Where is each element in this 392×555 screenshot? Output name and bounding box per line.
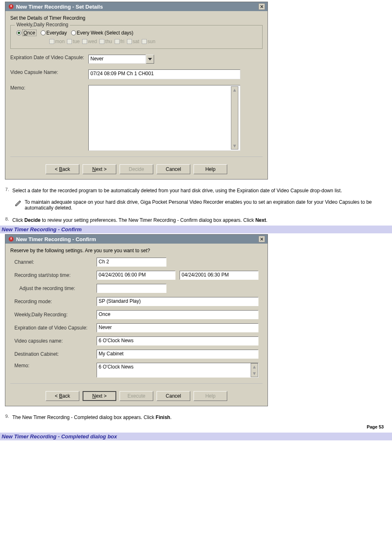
back-button[interactable]: < Back< Back: [46, 164, 79, 174]
next-button[interactable]: Next >Next >: [83, 391, 116, 401]
adjust-label: Adjust the recording time:: [14, 286, 97, 291]
note-7: To maintain adequate space on your hard …: [15, 199, 390, 211]
expiration-value: Never: [97, 323, 258, 332]
memo-label: Memo:: [14, 363, 97, 368]
decide-button[interactable]: Decide: [120, 164, 153, 174]
stop-value: 04/24/2001 06:30 PM: [180, 271, 258, 280]
separator: [10, 157, 263, 157]
weekly-label: Weekly,Daily Recording:: [14, 312, 97, 318]
scroll-down-icon: ▼: [251, 370, 258, 377]
separator: [10, 383, 263, 384]
mode-value: SP (Standard Play): [97, 297, 258, 306]
execute-button[interactable]: Execute: [120, 391, 153, 401]
next-button[interactable]: Next >Next >: [83, 164, 116, 174]
capsules-label: Video capsules name:: [14, 338, 97, 344]
expiration-dropdown[interactable]: Never: [88, 55, 154, 64]
memo-textarea[interactable]: ▲ ▼: [88, 85, 240, 151]
expiration-label: Expiration date of Video Capsule:: [14, 325, 97, 331]
step-8: 8. Click Decide to review your setting p…: [2, 216, 390, 224]
expiration-value: Never: [88, 55, 146, 64]
pencil-note-icon: [15, 199, 22, 207]
scroll-up-icon: ▲: [231, 87, 238, 93]
subtitle: Reserve by the following settings. Are y…: [10, 248, 263, 253]
weekly-value: Once: [97, 310, 258, 319]
dialog-title: New Timer Recording - Confirm: [16, 236, 258, 242]
subtitle: Set the Details of Timer Recording: [10, 15, 263, 21]
heading-confirm: New Timer Recording - Confirm: [0, 226, 392, 233]
checkbox-sat: sat: [127, 39, 139, 44]
scroll-up-icon: ▲: [251, 364, 258, 370]
radio-once[interactable]: OOncence: [16, 30, 37, 36]
checkbox-thu: thu: [99, 39, 112, 44]
memo-scrollbar[interactable]: ▲ ▼: [231, 86, 238, 150]
close-button[interactable]: ×: [258, 236, 265, 242]
step-text: The New Timer Recording - Completed dial…: [12, 414, 390, 421]
step-number: 8.: [2, 216, 12, 224]
step-7: 7. Select a date for the recorded progra…: [2, 187, 390, 194]
capsules-value: 6 O'Clock News: [97, 336, 258, 345]
svg-rect-1: [11, 5, 12, 7]
back-button[interactable]: < Back< Back: [46, 391, 79, 401]
memo-scrollbar[interactable]: ▲ ▼: [251, 363, 258, 377]
svg-rect-4: [11, 237, 12, 240]
page-footer: Page 53: [0, 421, 392, 431]
days-row: mon tue wed thu fri sat sun: [49, 39, 258, 44]
cancel-button[interactable]: Cancel: [157, 164, 190, 174]
app-icon: [8, 3, 14, 10]
start-value: 04/24/2001 06:00 PM: [97, 271, 175, 280]
mode-label: Recording mode:: [14, 299, 97, 304]
capsule-name-label: Video Capsule Name:: [10, 69, 88, 75]
step-number: 7.: [2, 187, 12, 194]
step-text: Select a date for the recorded program t…: [12, 187, 390, 194]
help-button[interactable]: Help: [194, 391, 227, 401]
step-9: 9. The New Timer Recording - Completed d…: [2, 414, 390, 421]
dest-label: Destination Cabinet:: [14, 351, 97, 357]
step-text: Click Decide to review your setting pref…: [12, 216, 390, 224]
capsule-name-input[interactable]: 07/24 08:09 PM Ch 1 CH001: [88, 69, 240, 79]
memo-label: Memo:: [10, 85, 88, 91]
checkbox-wed: wed: [82, 39, 97, 44]
titlebar: New Timer Recording - Confirm ×: [5, 235, 267, 244]
app-icon: [8, 236, 14, 242]
dialog-title: New Timer Recording - Set Details: [16, 4, 258, 10]
checkbox-mon: mon: [49, 39, 65, 44]
channel-value: Ch 2: [97, 258, 166, 267]
adjust-value: [97, 284, 166, 293]
heading-completed: New Timer Recording - Completed dialog b…: [0, 433, 392, 440]
checkbox-tue: tue: [67, 39, 80, 44]
dialog-confirm: New Timer Recording - Confirm × Reserve …: [5, 234, 268, 406]
svg-marker-2: [148, 58, 152, 60]
help-button[interactable]: Help: [194, 164, 227, 174]
weekly-daily-group: Weekly,Daily Recording OOncence Everyday…: [10, 25, 263, 49]
close-button[interactable]: ×: [258, 3, 265, 10]
expiration-label: Expiration Date of Video Capsule:: [10, 55, 88, 60]
group-legend: Weekly,Daily Recording: [15, 22, 70, 28]
startstop-label: Recording start/stop time:: [14, 272, 97, 278]
titlebar: New Timer Recording - Set Details ×: [5, 2, 267, 11]
dropdown-arrow-icon[interactable]: [146, 55, 154, 64]
channel-label: Channel:: [14, 259, 97, 265]
checkbox-sun: sun: [142, 39, 155, 44]
dialog-set-details: New Timer Recording - Set Details × Set …: [5, 2, 268, 180]
radio-everyday[interactable]: Everyday: [41, 30, 67, 36]
cancel-button[interactable]: Cancel: [157, 391, 190, 401]
scroll-down-icon: ▼: [231, 143, 238, 149]
note-text: To maintain adequate space on your hard …: [25, 199, 390, 211]
step-number: 9.: [2, 414, 12, 421]
checkbox-fri: fri: [115, 39, 125, 44]
memo-value: 6 O'Clock News ▲ ▼: [97, 363, 258, 378]
radio-selectdays[interactable]: Every Week (Select days): [71, 30, 134, 36]
dest-value: My Cabinet: [97, 350, 258, 359]
